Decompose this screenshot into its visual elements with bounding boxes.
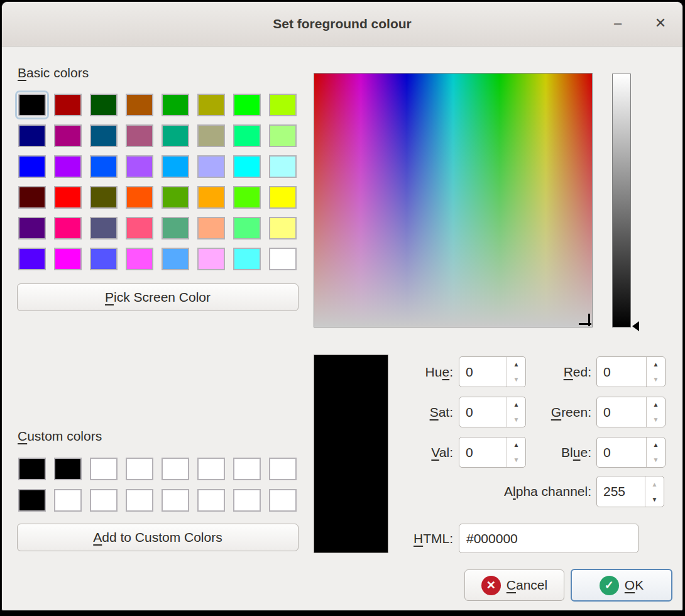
color-swatch[interactable]: [126, 248, 153, 270]
color-swatch[interactable]: [18, 94, 46, 116]
alpha-spinbox[interactable]: 255 ▲▼: [596, 476, 664, 507]
color-swatch[interactable]: [162, 458, 189, 480]
color-swatch[interactable]: [233, 217, 261, 239]
color-swatch[interactable]: [90, 217, 118, 239]
color-swatch[interactable]: [233, 458, 261, 480]
custom-colors-label: Custom colors: [18, 429, 102, 444]
color-swatch[interactable]: [197, 489, 225, 512]
blue-value[interactable]: 0: [597, 437, 646, 467]
color-swatch[interactable]: [197, 94, 225, 116]
color-swatch[interactable]: [18, 489, 46, 512]
color-swatch[interactable]: [90, 124, 118, 147]
color-swatch[interactable]: [54, 489, 82, 512]
color-swatch[interactable]: [269, 155, 297, 178]
color-swatch[interactable]: [126, 186, 153, 209]
add-to-custom-colors-button[interactable]: Add to Custom Colors: [17, 524, 299, 551]
value-slider-arrow-icon[interactable]: [632, 321, 639, 331]
color-swatch[interactable]: [269, 94, 297, 116]
custom-colors-grid: [18, 458, 297, 512]
color-swatch[interactable]: [126, 489, 153, 512]
color-swatch[interactable]: [269, 489, 297, 512]
color-swatch[interactable]: [233, 248, 261, 270]
color-swatch[interactable]: [197, 124, 225, 147]
red-spinbox[interactable]: 0 ▲▼: [596, 356, 666, 387]
basic-colors-grid: [18, 94, 297, 270]
color-swatch[interactable]: [90, 186, 118, 209]
cancel-x-icon: ✕: [481, 576, 501, 595]
color-swatch[interactable]: [233, 186, 261, 209]
window-title: Set foreground colour: [2, 2, 682, 46]
color-swatch[interactable]: [162, 248, 189, 270]
color-swatch[interactable]: [126, 155, 153, 178]
color-swatch[interactable]: [54, 124, 82, 147]
color-swatch[interactable]: [126, 94, 153, 116]
alpha-value[interactable]: 255: [597, 476, 645, 507]
color-swatch[interactable]: [126, 458, 153, 480]
color-swatch[interactable]: [90, 489, 118, 512]
green-spinbox[interactable]: 0 ▲▼: [596, 397, 666, 427]
color-swatch[interactable]: [54, 94, 82, 116]
color-swatch[interactable]: [162, 124, 189, 147]
color-swatch[interactable]: [54, 155, 82, 178]
color-swatch[interactable]: [18, 458, 46, 480]
spin-up-icon[interactable]: ▲: [647, 437, 665, 453]
color-swatch[interactable]: [90, 155, 118, 178]
color-swatch[interactable]: [18, 217, 46, 239]
pick-screen-color-button[interactable]: Pick Screen Color: [17, 283, 299, 311]
color-swatch[interactable]: [197, 155, 225, 178]
value-slider[interactable]: [612, 74, 631, 327]
ok-check-icon: ✓: [600, 576, 619, 595]
titlebar: Set foreground colour – ✕: [2, 2, 682, 47]
cancel-button[interactable]: ✕ Cancel: [464, 569, 564, 601]
spin-up-icon[interactable]: ▲: [647, 357, 665, 372]
hue-saturation-picker[interactable]: [314, 73, 593, 327]
color-swatch[interactable]: [269, 186, 297, 209]
spin-down-icon[interactable]: ▼: [645, 492, 664, 507]
color-swatch[interactable]: [54, 186, 82, 209]
color-swatch[interactable]: [197, 186, 225, 209]
red-label: Red:: [486, 356, 591, 387]
blue-spinbox[interactable]: 0 ▲▼: [596, 437, 666, 468]
val-label: Val:: [354, 437, 453, 468]
color-swatch[interactable]: [18, 155, 46, 178]
color-swatch[interactable]: [269, 124, 297, 147]
color-swatch[interactable]: [18, 186, 46, 209]
color-swatch[interactable]: [162, 94, 189, 116]
color-swatch[interactable]: [233, 155, 261, 178]
color-swatch[interactable]: [18, 124, 46, 147]
color-swatch[interactable]: [197, 217, 225, 239]
color-swatch[interactable]: [233, 489, 261, 512]
color-swatch[interactable]: [197, 248, 225, 270]
color-swatch[interactable]: [197, 458, 225, 480]
color-swatch[interactable]: [162, 217, 189, 239]
hue-label: Hue:: [354, 356, 453, 387]
color-swatch[interactable]: [90, 458, 118, 480]
color-swatch[interactable]: [126, 217, 153, 239]
color-swatch[interactable]: [162, 155, 189, 178]
color-swatch[interactable]: [233, 124, 261, 147]
color-swatch[interactable]: [162, 489, 189, 512]
ok-button[interactable]: ✓ OK: [571, 569, 672, 602]
color-swatch[interactable]: [54, 248, 82, 270]
color-swatch[interactable]: [269, 217, 297, 239]
color-swatch[interactable]: [233, 94, 261, 116]
color-swatch[interactable]: [269, 458, 297, 480]
spin-up-icon[interactable]: ▲: [647, 397, 665, 412]
color-swatch[interactable]: [90, 248, 118, 270]
close-icon[interactable]: ✕: [647, 10, 674, 38]
color-swatch[interactable]: [126, 124, 153, 147]
color-swatch[interactable]: [90, 94, 118, 116]
red-value[interactable]: 0: [597, 357, 646, 387]
color-swatch[interactable]: [162, 186, 189, 209]
color-swatch[interactable]: [269, 248, 297, 270]
minimize-icon[interactable]: –: [604, 10, 632, 38]
spin-down-icon[interactable]: ▼: [647, 372, 665, 387]
color-swatch[interactable]: [54, 458, 82, 480]
spin-down-icon[interactable]: ▼: [647, 412, 665, 427]
spin-down-icon[interactable]: ▼: [647, 453, 665, 468]
spin-up-icon[interactable]: ▲: [645, 476, 664, 492]
green-value[interactable]: 0: [597, 397, 646, 427]
color-swatch[interactable]: [18, 248, 46, 270]
color-swatch[interactable]: [54, 217, 82, 239]
html-color-input[interactable]: [459, 524, 638, 553]
